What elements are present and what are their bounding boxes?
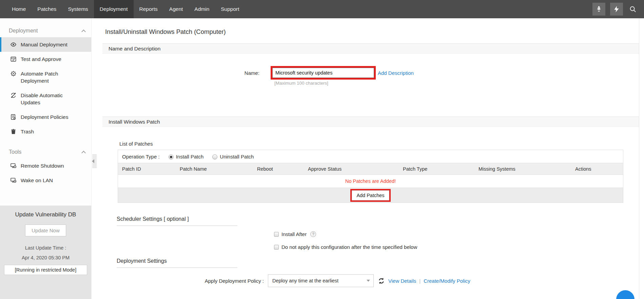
deployment-policy-dropdown[interactable]: Deploy any time at the earliest	[268, 274, 374, 287]
nav-item-reports[interactable]: Reports	[134, 0, 163, 18]
nav-item-admin[interactable]: Admin	[189, 0, 215, 18]
nav-item-support[interactable]: Support	[215, 0, 245, 18]
sidebar: Deployment Manual Deployment Test and Ap…	[0, 18, 92, 299]
automate-gear-icon	[10, 70, 17, 77]
operation-type-label: Operation Type :	[122, 154, 160, 159]
content-right-edge	[639, 18, 639, 299]
create-modify-policy-link[interactable]: Create/Modify Policy	[424, 278, 470, 284]
do-not-apply-checkbox[interactable]	[274, 245, 279, 250]
link-separator: |	[419, 278, 421, 284]
sidebar-item-label: Automate Patch Deployment	[21, 70, 79, 84]
sidebar-item-label: Manual Deployment	[21, 41, 67, 48]
col-reboot: Reboot	[253, 166, 304, 172]
chevron-up-icon	[81, 29, 86, 34]
name-input-highlight-box	[271, 66, 376, 80]
global-search-button[interactable]	[628, 3, 638, 16]
section-header-install-windows-patch: Install Windows Patch	[102, 116, 639, 127]
sidebar-item-label: Wake on LAN	[21, 177, 53, 184]
sidebar-item-automate-patch-deployment[interactable]: Automate Patch Deployment	[0, 66, 91, 88]
sidebar-item-deployment-policies[interactable]: Deployment Policies	[0, 110, 91, 124]
sidebar-section-deployment[interactable]: Deployment	[0, 18, 91, 37]
col-approve-status: Approve Status	[304, 166, 399, 172]
col-patch-name: Patch Name	[176, 166, 253, 172]
col-actions: Actions	[571, 166, 623, 172]
trash-icon	[10, 128, 17, 135]
col-missing-systems: Missing Systems	[474, 166, 571, 172]
sidebar-item-label: Test and Approve	[21, 56, 61, 63]
col-patch-id: Patch ID	[118, 166, 176, 172]
nav-item-agent[interactable]: Agent	[163, 0, 189, 18]
add-patches-row: Add Patches	[118, 188, 623, 203]
chevron-down-icon	[367, 280, 370, 282]
sidebar-resize-divider[interactable]	[92, 18, 98, 299]
update-vulnerability-panel: Update Vulnerability DB Update Now Last …	[0, 206, 91, 299]
sidebar-item-label: Trash	[21, 128, 34, 135]
refresh-policies-button[interactable]	[378, 277, 385, 284]
deployment-policy-value: Deploy any time at the earliest	[272, 278, 338, 283]
view-details-link[interactable]: View Details	[388, 278, 416, 284]
deployment-settings-header: Deployment Settings	[117, 258, 237, 268]
nav-items: Home Patches Systems Deployment Reports …	[0, 0, 245, 18]
nav-item-systems[interactable]: Systems	[62, 0, 94, 18]
help-icon[interactable]: ?	[310, 231, 316, 237]
radio-button-icon[interactable]	[169, 154, 174, 159]
app-window: Home Patches Systems Deployment Reports …	[0, 0, 644, 299]
operation-type-row: Operation Type : Install Patch Uninstall…	[118, 150, 623, 163]
scheduler-settings-header: Scheduler Settings [ optional ]	[117, 216, 237, 226]
sidebar-item-label: Remote Shutdown	[21, 162, 64, 169]
install-after-checkbox[interactable]	[274, 232, 279, 237]
update-panel-title: Update Vulnerability DB	[0, 206, 91, 218]
refresh-icon	[378, 277, 385, 284]
nav-item-patches[interactable]: Patches	[32, 0, 62, 18]
max-characters-hint: [Maximum 100 characters]	[274, 81, 639, 86]
apply-deployment-policy-label: Apply Deployment Policy :	[102, 278, 264, 284]
do-not-apply-row: Do not apply this configuration after th…	[274, 244, 639, 250]
disable-updates-icon	[10, 92, 17, 99]
add-patches-button[interactable]: Add Patches	[352, 190, 389, 200]
install-after-row: Install After ?	[274, 231, 639, 237]
top-navbar: Home Patches Systems Deployment Reports …	[0, 0, 644, 18]
col-patch-type: Patch Type	[399, 166, 474, 172]
add-patches-highlight-box: Add Patches	[350, 189, 390, 202]
table-header-row: Patch ID Patch Name Reboot Approve Statu…	[118, 163, 623, 175]
update-now-button[interactable]: Update Now	[25, 225, 66, 236]
search-icon	[629, 5, 637, 13]
apply-deployment-policy-row: Apply Deployment Policy : Deploy any tim…	[102, 274, 639, 287]
radio-install-patch-label: Install Patch	[176, 154, 204, 159]
radio-button-icon[interactable]	[212, 154, 217, 159]
sidebar-section-tools[interactable]: Tools	[0, 139, 91, 158]
last-update-label: Last Update Time :	[0, 245, 91, 251]
name-input[interactable]	[272, 68, 374, 78]
help-chat-fab[interactable]	[616, 290, 635, 299]
whats-new-button[interactable]	[592, 3, 605, 16]
list-of-patches-label: List of Patches	[119, 141, 639, 147]
section-header-name-description: Name and Description	[102, 43, 639, 54]
remote-shutdown-icon	[10, 163, 17, 169]
name-description-section: Name: Add Description [Maximum 100 chara…	[102, 66, 639, 109]
nav-item-deployment[interactable]: Deployment	[94, 0, 134, 18]
sidebar-item-manual-deployment[interactable]: Manual Deployment	[0, 37, 91, 52]
quick-actions-button[interactable]	[610, 3, 623, 16]
radio-install-patch[interactable]: Install Patch	[169, 154, 204, 159]
sidebar-item-label: Disable Automatic Updates	[21, 92, 79, 106]
sidebar-item-test-and-approve[interactable]: Test and Approve	[0, 52, 91, 66]
test-approve-icon	[10, 56, 17, 62]
sidebar-item-remote-shutdown[interactable]: Remote Shutdown	[0, 158, 91, 173]
last-update-value: Apr 4, 2020 05:30 PM	[0, 255, 91, 260]
name-field-label: Name:	[102, 70, 259, 76]
sidebar-item-trash[interactable]: Trash	[0, 124, 91, 139]
sidebar-item-wake-on-lan[interactable]: Wake on LAN	[0, 173, 91, 188]
collapse-sidebar-handle[interactable]	[92, 154, 97, 169]
policies-icon	[10, 114, 17, 120]
chevron-up-icon	[81, 151, 86, 155]
sidebar-item-disable-automatic-updates[interactable]: Disable Automatic Updates	[0, 88, 91, 110]
main-content: Install/Uninstall Windows Patch (Compute…	[98, 18, 644, 299]
empty-table-message: No Patches are Added!	[118, 175, 623, 188]
add-description-link[interactable]: Add Description	[378, 70, 414, 76]
wake-on-lan-icon	[10, 177, 17, 184]
nav-item-home[interactable]: Home	[6, 0, 32, 18]
radio-uninstall-patch[interactable]: Uninstall Patch	[212, 154, 254, 159]
sidebar-section-title: Tools	[9, 149, 21, 155]
rocket-icon	[595, 5, 603, 13]
eye-icon	[10, 41, 17, 48]
